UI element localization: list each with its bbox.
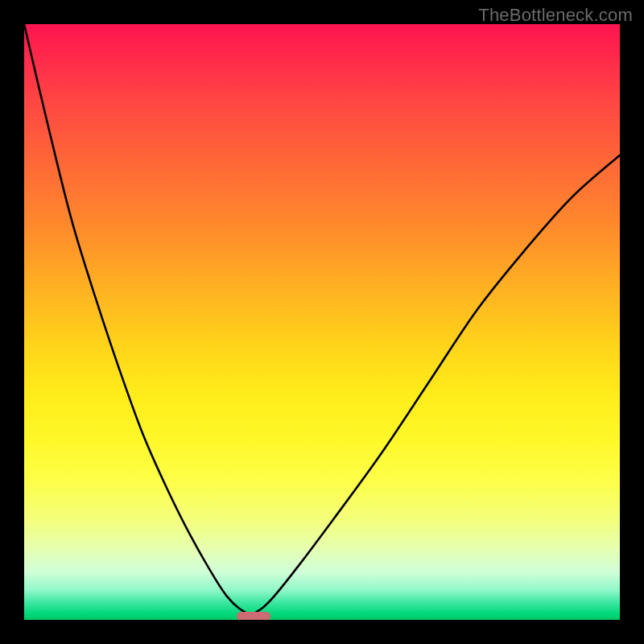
chart-area — [24, 24, 620, 620]
watermark-text: TheBottleneck.com — [478, 5, 633, 26]
minimum-marker — [237, 612, 270, 620]
curve-svg — [24, 24, 620, 620]
bottleneck-curve-path — [24, 24, 620, 614]
